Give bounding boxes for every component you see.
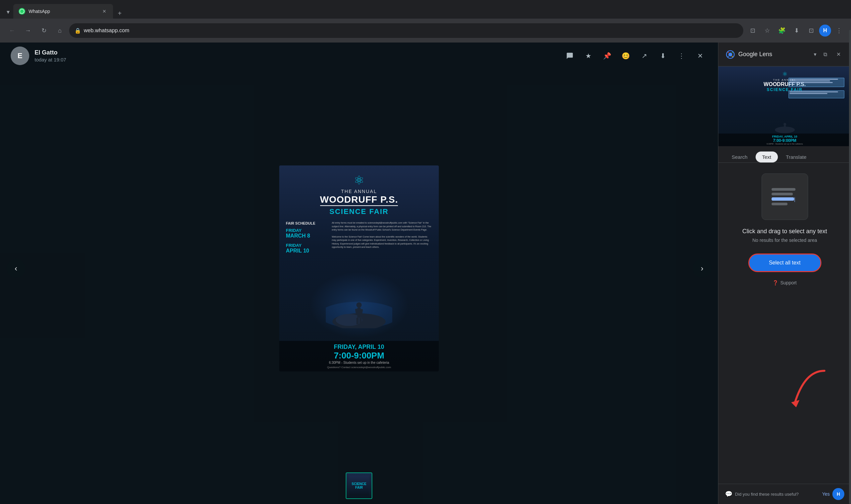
- thumbnail-1[interactable]: SCIENCE FAIR: [346, 472, 372, 499]
- tab-close-button[interactable]: ✕: [101, 8, 108, 15]
- lens-close-button[interactable]: ✕: [832, 49, 844, 60]
- poster-big-date: FRIDAY, APRIL 10: [285, 344, 433, 350]
- scrollbar[interactable]: [849, 30, 851, 504]
- download-button[interactable]: ⬇: [656, 49, 670, 63]
- text-line-1: [772, 188, 796, 191]
- toolbar-actions: ⊡ ☆ 🧩 ⬇ ⊡ H ⋮: [746, 24, 846, 37]
- select-all-button[interactable]: Select all text: [748, 253, 821, 272]
- poster-contact: Questions? Contact sciencedept@woodruffp…: [285, 366, 433, 369]
- star-button[interactable]: ★: [581, 49, 596, 63]
- support-icon: ❓: [773, 280, 778, 285]
- back-button[interactable]: ←: [5, 24, 19, 37]
- feedback-icon: 💬: [725, 490, 732, 498]
- sender-name: El Gatto: [35, 49, 557, 56]
- svg-marker-14: [791, 400, 799, 407]
- poster-annual-text: THE ANNUAL: [341, 189, 377, 194]
- close-button[interactable]: ✕: [693, 49, 707, 63]
- tab-whatsapp[interactable]: WhatsApp ✕: [13, 4, 113, 19]
- nav-arrow-left[interactable]: ‹: [7, 259, 25, 278]
- science-fair-poster: ⚛ THE ANNUAL WOODRUFF P.S. SCIENCE FAIR …: [279, 165, 439, 372]
- lens-header-icons: ⧉ ✕: [819, 49, 844, 60]
- poster-date-1: FRIDAY MARCH 8: [286, 228, 329, 239]
- lens-external-button[interactable]: ⧉: [819, 49, 831, 60]
- poster-day-1: FRIDAY: [286, 228, 329, 233]
- text-line-2: [772, 193, 793, 195]
- lens-dropdown-button[interactable]: ▾: [814, 51, 816, 57]
- text-extract-illustration: [762, 174, 808, 220]
- text-lines: [768, 183, 801, 210]
- image-viewer-header: E El Gatto today at 19:07 ★ 📌 😊 ↗ ⬇: [0, 42, 718, 69]
- home-button[interactable]: ⌂: [53, 24, 67, 37]
- lens-preview-image: ⚛ THE ANNUAL WOODRUFF P.S. SCIENCE FAIR: [719, 67, 851, 146]
- new-tab-button[interactable]: +: [114, 8, 125, 19]
- poster-silhouette-area: [279, 268, 439, 328]
- tab-list-button[interactable]: ▾: [7, 8, 10, 16]
- thumbnail-inner-1: SCIENCE FAIR: [347, 473, 372, 498]
- poster-schedule-title: FAIR SCHEDULE: [286, 221, 329, 225]
- poster-date-val-2: APRIL 10: [286, 248, 329, 254]
- speech-bubble-button[interactable]: [563, 49, 577, 63]
- preview-bottom: FRIDAY, APRIL 10 7:00-9:00PM 6:30PM - St…: [719, 133, 851, 146]
- header-actions: ★ 📌 😊 ↗ ⬇ ⋮ ✕: [563, 49, 707, 63]
- url-display: web.whatsapp.com: [84, 28, 738, 34]
- support-link[interactable]: ❓ Support: [773, 280, 797, 285]
- pin-button[interactable]: 📌: [600, 49, 614, 63]
- lens-content: Click and drag to select any text No res…: [719, 163, 851, 484]
- menu-button[interactable]: ⋮: [832, 24, 846, 37]
- poster-date-2: FRIDAY APRIL 10: [286, 243, 329, 254]
- avatar: E: [11, 47, 29, 65]
- lens-header: Google Lens ▾ ⧉ ✕: [719, 42, 851, 67]
- lens-title: Google Lens: [738, 51, 811, 58]
- poster-dates: FAIR SCHEDULE FRIDAY MARCH 8 FRIDAY APRI…: [286, 221, 329, 258]
- support-label: Support: [780, 280, 797, 285]
- svg-point-12: [783, 123, 786, 126]
- tab-translate[interactable]: Translate: [779, 151, 813, 162]
- svg-point-10: [728, 53, 732, 56]
- extensions-button[interactable]: 🧩: [775, 24, 788, 37]
- lens-highlight-2: [788, 90, 844, 98]
- tab-search[interactable]: Search: [725, 151, 754, 162]
- sender-info: El Gatto today at 19:07: [35, 49, 557, 62]
- more-button[interactable]: ⋮: [674, 49, 689, 63]
- red-arrow-container: [784, 364, 838, 417]
- browser-toolbar: ← → ↻ ⌂ 🔒 web.whatsapp.com ⊡ ☆ 🧩 ⬇ ⊡ H ⋮: [0, 19, 851, 42]
- feedback-profile-badge: H: [832, 488, 844, 500]
- emoji-button[interactable]: 😊: [618, 49, 633, 63]
- zoom-button[interactable]: ⊡: [804, 24, 818, 37]
- reload-button[interactable]: ↻: [37, 24, 51, 37]
- feedback-yes-button[interactable]: Yes: [822, 491, 830, 497]
- preview-big-date: FRIDAY, APRIL 10: [720, 135, 850, 138]
- poster-text-2: Welcome to the Science Fair! Come learn …: [332, 235, 432, 249]
- lens-highlight-1: [788, 78, 844, 87]
- feedback-text: Did you find these results useful?: [735, 492, 819, 497]
- bookmark-button[interactable]: ☆: [761, 24, 774, 37]
- whatsapp-favicon: [19, 8, 25, 15]
- poster-event-name: SCIENCE FAIR: [330, 207, 389, 216]
- poster-bottom-section: FRIDAY, APRIL 10 7:00-9:00PM 6:30PM - St…: [279, 341, 439, 372]
- lens-sub-instruction: No results for the selected area: [752, 237, 817, 243]
- poster-text-1: All entry forms must be emailed to scien…: [332, 221, 432, 232]
- downloads-button[interactable]: ⬇: [790, 24, 803, 37]
- sender-time: today at 19:07: [35, 57, 557, 62]
- lens-feedback: 💬 Did you find these results useful? Yes…: [719, 484, 851, 504]
- preview-big-time: 7:00-9:00PM: [720, 138, 850, 143]
- poster-big-time: 7:00-9:00PM: [285, 350, 433, 361]
- poster-schedule-area: FAIR SCHEDULE FRIDAY MARCH 8 FRIDAY APRI…: [286, 221, 432, 258]
- forward-button[interactable]: →: [21, 24, 35, 37]
- poster-setup-text: 6:30PM - Students set up in the cafeteri…: [285, 361, 433, 364]
- cast-button[interactable]: ⊡: [746, 24, 759, 37]
- preview-silhouette: [772, 108, 798, 136]
- tab-text[interactable]: Text: [756, 151, 778, 162]
- text-line-4: [772, 203, 787, 205]
- tab-list-spacer: ▾: [3, 5, 13, 19]
- svg-rect-13: [784, 126, 786, 130]
- image-viewer-main: ‹ ⚛ THE ANNUAL WOODRUFF P.S. SCIENCE FAI…: [0, 69, 718, 467]
- poster-science-icon: ⚛: [354, 174, 364, 187]
- address-bar[interactable]: 🔒 web.whatsapp.com: [69, 23, 743, 38]
- content-area: E El Gatto today at 19:07 ★ 📌 😊 ↗ ⬇: [0, 42, 851, 504]
- share-button[interactable]: ↗: [637, 49, 652, 63]
- poster-day-2: FRIDAY: [286, 243, 329, 248]
- nav-arrow-right[interactable]: ›: [693, 259, 711, 278]
- profile-button[interactable]: H: [819, 24, 831, 37]
- poster-text-area: All entry forms must be emailed to scien…: [332, 221, 432, 258]
